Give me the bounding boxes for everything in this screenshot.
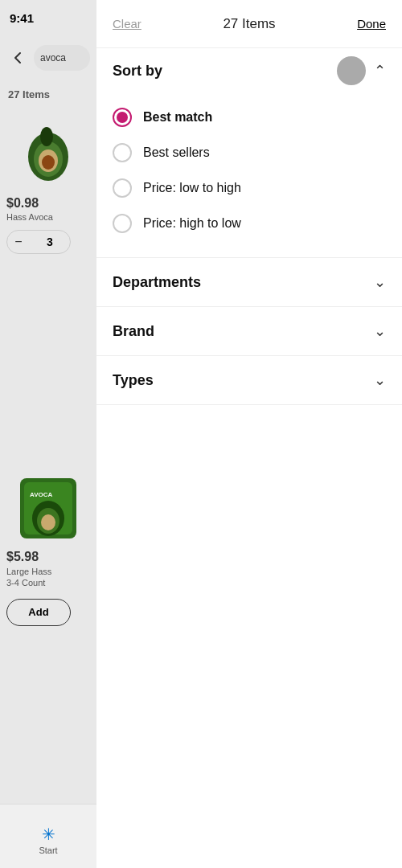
radio-best-sellers <box>113 143 132 162</box>
bg-product2: AVOCA $5.98 Large Hass 3-4 Count Add <box>0 466 96 634</box>
bg-back-button <box>6 47 29 69</box>
bg-product2-name: Large Hass 3-4 Count <box>0 564 96 591</box>
types-section: Types ⌄ <box>96 356 402 405</box>
departments-header[interactable]: Departments ⌄ <box>113 258 386 306</box>
svg-point-4 <box>40 127 53 146</box>
bg-qty-control: − 3 <box>6 230 71 254</box>
sort-label-best-sellers: Best sellers <box>143 145 210 160</box>
bg-product2-price: $5.98 <box>0 547 96 564</box>
status-time: 9:41 <box>10 11 34 25</box>
sort-avatar <box>337 56 366 85</box>
bg-product1: $0.98 Hass Avoca − 3 <box>0 113 96 260</box>
types-chevron-down-icon: ⌄ <box>374 371 386 389</box>
brand-header[interactable]: Brand ⌄ <box>113 307 386 355</box>
departments-chevron-down-icon: ⌄ <box>374 273 386 291</box>
status-bar: 9:41 <box>0 0 96 35</box>
brand-title: Brand <box>113 323 154 340</box>
svg-point-10 <box>41 514 55 530</box>
brand-section: Brand ⌄ <box>96 307 402 356</box>
sort-chevron-up-icon: ⌃ <box>374 62 386 80</box>
brand-chevron-down-icon: ⌄ <box>374 322 386 340</box>
background-content: 9:41 avoca 27 Items $0.98 Hass Avoca <box>0 0 96 868</box>
types-title: Types <box>113 372 154 389</box>
sort-label-price-high-low: Price: high to low <box>143 216 241 231</box>
sort-label-price-low-high: Price: low to high <box>143 181 241 195</box>
sort-option-price-low-high[interactable]: Price: low to high <box>113 170 386 206</box>
departments-title: Departments <box>113 274 201 291</box>
bg-product1-price: $0.98 <box>0 193 96 211</box>
bg-search-bar: avoca <box>34 45 90 71</box>
sort-header-right: ⌃ <box>337 56 386 85</box>
bg-add-button: Add <box>6 599 71 626</box>
svg-text:AVOCA: AVOCA <box>30 491 53 498</box>
bg-items-count: 27 Items <box>8 88 50 100</box>
sort-by-section: Sort by ⌃ Best match Best sellers <box>96 48 402 258</box>
sort-by-title: Sort by <box>113 63 162 80</box>
types-header[interactable]: Types ⌄ <box>113 356 386 404</box>
walmart-spark-icon: ✳ <box>42 825 55 844</box>
sort-options: Best match Best sellers Price: low to hi… <box>113 93 386 257</box>
radio-inner-best-match <box>117 112 128 123</box>
done-button[interactable]: Done <box>357 17 386 31</box>
radio-best-match <box>113 108 132 127</box>
bg-product2-image: AVOCA <box>8 466 88 547</box>
bg-product1-name: Hass Avoca <box>0 211 96 223</box>
departments-section: Departments ⌄ <box>96 258 402 307</box>
filter-overlay: Clear 27 Items Done Sort by ⌃ Best match <box>96 0 402 868</box>
bg-start-label: Start <box>39 845 57 855</box>
clear-button[interactable]: Clear <box>113 17 142 31</box>
sort-label-best-match: Best match <box>143 110 212 125</box>
filter-items-count: 27 Items <box>223 16 275 32</box>
bg-top-bar: avoca <box>0 35 96 80</box>
bg-qty-minus: − <box>7 231 30 253</box>
sort-option-price-high-low[interactable]: Price: high to low <box>113 206 386 241</box>
sort-option-best-sellers[interactable]: Best sellers <box>113 135 386 170</box>
svg-point-3 <box>42 155 55 170</box>
radio-price-low-high <box>113 178 132 198</box>
bg-qty-number: 3 <box>30 235 70 248</box>
sort-option-best-match[interactable]: Best match <box>113 100 386 135</box>
filter-header: Clear 27 Items Done <box>96 0 402 48</box>
sort-by-header[interactable]: Sort by ⌃ <box>113 48 386 93</box>
bg-product1-image <box>8 113 88 193</box>
radio-price-high-low <box>113 214 132 233</box>
bg-bottom-nav: ✳ Start <box>0 804 96 868</box>
